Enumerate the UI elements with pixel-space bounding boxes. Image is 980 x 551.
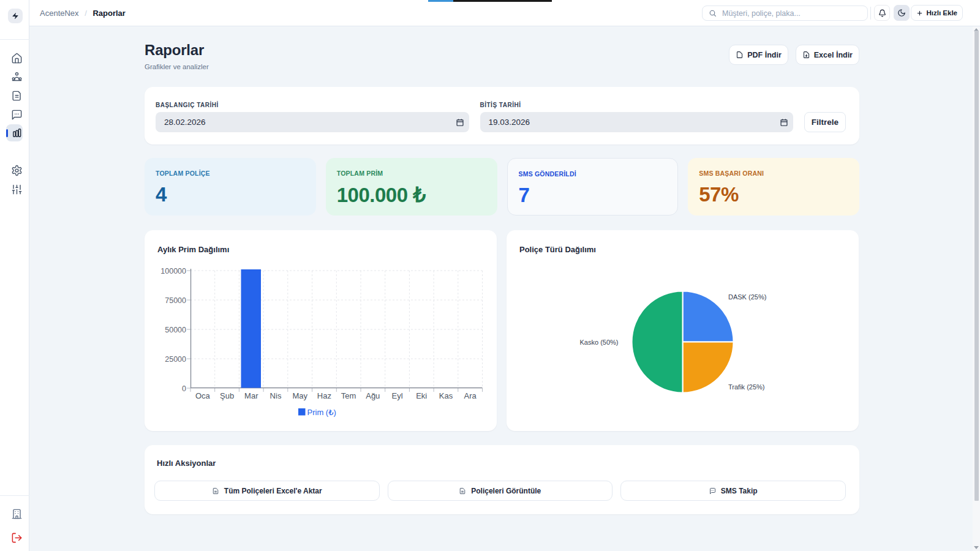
svg-text:100000: 100000 [160,267,186,276]
svg-text:Eyl: Eyl [391,391,402,400]
svg-text:Mar: Mar [244,391,258,400]
svg-text:DASK (25%): DASK (25%) [728,293,766,301]
svg-text:25000: 25000 [165,355,186,364]
svg-text:Kasko (50%): Kasko (50%) [580,339,619,346]
svg-text:0: 0 [182,384,186,393]
svg-text:Haz: Haz [317,391,331,400]
svg-text:Eki: Eki [416,391,427,400]
svg-text:May: May [292,391,307,400]
svg-text:Kas: Kas [439,391,453,400]
svg-text:Prim (₺): Prim (₺) [307,408,336,417]
svg-text:Trafik (25%): Trafik (25%) [728,383,765,391]
svg-text:50000: 50000 [165,326,186,334]
svg-text:Nis: Nis [270,391,282,400]
svg-text:Oca: Oca [195,391,211,400]
svg-text:Ağu: Ağu [366,391,380,400]
svg-text:Tem: Tem [341,391,356,400]
svg-text:Şub: Şub [220,391,234,400]
svg-text:Ara: Ara [464,391,477,400]
svg-text:75000: 75000 [165,296,186,305]
